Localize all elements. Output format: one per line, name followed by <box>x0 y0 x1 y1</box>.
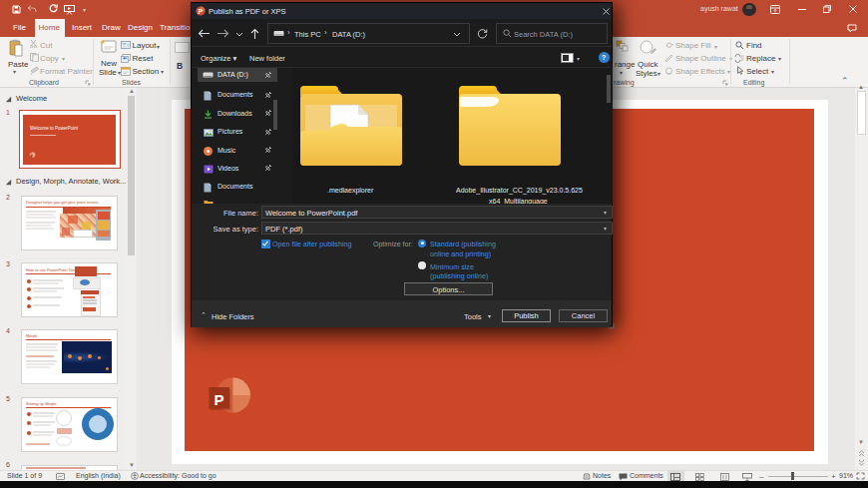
svg-text:P: P <box>214 391 223 408</box>
svg-text:P: P <box>198 8 203 15</box>
